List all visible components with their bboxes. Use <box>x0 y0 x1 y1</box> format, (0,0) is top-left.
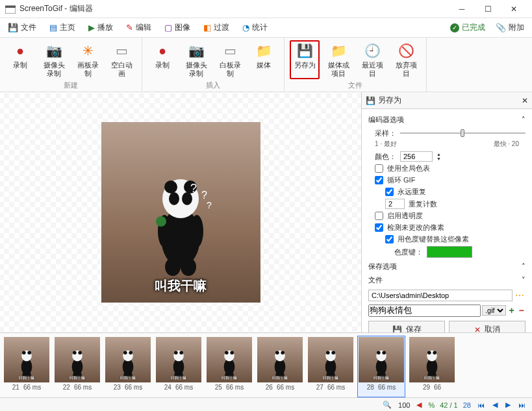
app-icon <box>5 5 16 14</box>
ribbon-insert-record[interactable]: ●录制 <box>147 40 177 79</box>
spinner-icon[interactable]: ▲▼ <box>437 152 441 161</box>
svg-point-55 <box>331 351 335 355</box>
colors-input[interactable] <box>400 151 433 162</box>
chroma-replace-checkbox[interactable] <box>385 235 394 243</box>
close-button[interactable]: ✕ <box>501 0 527 18</box>
encoder-options-header[interactable]: 编码器选项˄ <box>368 113 526 127</box>
panda-image: ? ? ? <box>142 160 220 277</box>
record-icon: ● <box>153 42 171 60</box>
ribbon-media[interactable]: 📁媒体 <box>249 40 279 79</box>
browse-button[interactable]: ⋯ <box>514 289 526 302</box>
frame-thumbnail[interactable]: 叫我干嘛2666 ms <box>256 336 304 397</box>
ribbon-insert-board[interactable]: ▭白板录制 <box>215 40 245 79</box>
remove-file-button[interactable]: − <box>517 304 526 317</box>
frame-thumbnail[interactable]: 叫我干嘛2566 ms <box>205 336 253 397</box>
frame-thumbnail[interactable]: 叫我干嘛2466 ms <box>155 336 203 397</box>
status-bar: 🔍 100 ◀ % 42 / 1 28 ⏮ ◀ ▶ ⏭ <box>0 397 532 411</box>
sampling-label: 采样： <box>375 129 396 138</box>
detect-unchanged-checkbox[interactable] <box>375 223 383 232</box>
frame-position: 42 / 1 <box>440 401 458 409</box>
window-title: ScreenToGif - 编辑器 <box>19 3 449 14</box>
menu-play[interactable]: ▶播放 <box>86 21 116 34</box>
menu-transition[interactable]: ◧过渡 <box>201 21 232 34</box>
svg-point-10 <box>165 258 181 276</box>
svg-point-6 <box>169 192 179 205</box>
add-file-button[interactable]: + <box>507 304 516 317</box>
frame-thumbnail[interactable]: 叫我干嘛2166 ms <box>3 336 51 397</box>
save-button[interactable]: 💾保存 Alt + E / Enter <box>368 321 445 332</box>
save-icon: 💾 <box>366 96 375 105</box>
enable-transparency-checkbox[interactable] <box>375 212 383 220</box>
file-path-input[interactable] <box>368 290 513 301</box>
panel-close-button[interactable]: ✕ <box>522 96 528 105</box>
ribbon-insert-camera[interactable]: 📷摄像头录制 <box>181 40 211 79</box>
menu-file[interactable]: 💾文件 <box>5 21 39 34</box>
svg-rect-1 <box>5 6 16 8</box>
nav-first-button[interactable]: ⏮ <box>476 401 486 409</box>
nav-last-button[interactable]: ⏭ <box>517 401 527 409</box>
zoom-out-button[interactable]: ◀ <box>415 401 423 409</box>
blank-icon: ▭ <box>112 42 131 60</box>
frame-thumbnail[interactable]: 叫我干嘛2366 ms <box>104 336 152 397</box>
ribbon-group-new: ●录制 📷摄像头录制 ✳画板录制 ▭空白动画 新建 <box>0 38 142 92</box>
whiteboard-icon: ▭ <box>221 42 239 60</box>
discard-icon: 🚫 <box>397 42 415 60</box>
global-color-table-checkbox[interactable] <box>375 164 383 173</box>
save-as-panel: 💾另存为 ✕ 编码器选项˄ 采样： 1 · 最好最快 · 20 颜色： ▲▼ 使… <box>361 92 532 332</box>
svg-point-36 <box>174 351 178 355</box>
sampling-slider[interactable] <box>400 128 526 138</box>
ribbon-board-record[interactable]: ✳画板录制 <box>73 40 103 79</box>
save-options-header[interactable]: 保存选项˄ <box>368 260 526 273</box>
svg-point-4 <box>164 181 177 193</box>
svg-text:?: ? <box>207 200 212 210</box>
svg-point-60 <box>377 351 381 355</box>
camera-icon: 📷 <box>45 42 63 60</box>
menu-attach[interactable]: 📎附加 <box>493 21 527 34</box>
svg-text:?: ? <box>190 182 197 195</box>
nav-prev-button[interactable]: ◀ <box>491 401 499 409</box>
preview-canvas[interactable]: ? ? ? 叫我干嘛 <box>0 92 361 332</box>
svg-point-31 <box>129 351 133 355</box>
cancel-button[interactable]: ✕取消 Esc <box>449 321 526 332</box>
menu-stats[interactable]: ◔统计 <box>240 21 270 34</box>
maximize-button[interactable]: ☐ <box>475 0 501 18</box>
recent-icon: 🕘 <box>363 42 381 60</box>
filename-input[interactable] <box>368 305 481 317</box>
ribbon-media-or-project[interactable]: 📁媒体或项目 <box>323 40 353 79</box>
ribbon: ●录制 📷摄像头录制 ✳画板录制 ▭空白动画 新建 ●录制 📷摄像头录制 ▭白板… <box>0 38 532 92</box>
menu-image[interactable]: ▢图像 <box>162 21 193 34</box>
menu-bar: 💾文件 ▤主页 ▶播放 ✎编辑 ▢图像 ◧过渡 ◔统计 ✓已完成 📎附加 <box>0 18 532 38</box>
ribbon-record[interactable]: ●录制 <box>5 40 35 79</box>
frame-thumbnail[interactable]: 叫我干嘛2966 <box>408 336 456 397</box>
zoom-value: 100 <box>398 401 410 409</box>
ribbon-camera-record[interactable]: 📷摄像头录制 <box>39 40 69 79</box>
save-icon: 💾 <box>296 42 314 60</box>
repeat-count-input[interactable] <box>385 199 405 209</box>
loop-forever-checkbox[interactable] <box>385 188 394 196</box>
minimize-button[interactable]: ─ <box>449 0 475 18</box>
title-bar: ScreenToGif - 编辑器 ─ ☐ ✕ <box>0 0 532 18</box>
ribbon-recent[interactable]: 🕘最近项目 <box>357 40 387 79</box>
svg-point-67 <box>433 351 437 355</box>
ribbon-blank[interactable]: ▭空白动画 <box>107 40 136 79</box>
folder-icon: 📁 <box>255 42 273 60</box>
zoom-icon[interactable]: 🔍 <box>381 401 393 409</box>
ribbon-discard[interactable]: 🚫放弃项目 <box>391 40 421 79</box>
frame-thumbnail[interactable]: 叫我干嘛2866 ms <box>357 336 405 397</box>
chevron-down-icon: ˅ <box>522 276 526 284</box>
svg-point-30 <box>123 351 127 355</box>
frame-thumbnail[interactable]: 叫我干嘛2766 ms <box>307 336 355 397</box>
svg-point-12 <box>156 216 166 227</box>
nav-next-button[interactable]: ▶ <box>504 401 512 409</box>
loop-gif-checkbox[interactable] <box>375 176 383 184</box>
status-done[interactable]: ✓已完成 <box>450 22 485 33</box>
menu-home[interactable]: ▤主页 <box>47 21 78 34</box>
menu-edit[interactable]: ✎编辑 <box>123 21 154 34</box>
camera-icon: 📷 <box>187 42 205 60</box>
frame-timeline[interactable]: 叫我干嘛2166 ms叫我干嘛2266 ms叫我干嘛2366 ms叫我干嘛246… <box>0 332 532 397</box>
extension-select[interactable]: .gif <box>482 305 506 316</box>
frame-thumbnail[interactable]: 叫我干嘛2266 ms <box>53 336 101 397</box>
chroma-key-color[interactable] <box>427 246 472 258</box>
ribbon-save-as[interactable]: 💾另存为 <box>290 40 320 79</box>
file-section-header[interactable]: 文件˅ <box>368 273 526 287</box>
